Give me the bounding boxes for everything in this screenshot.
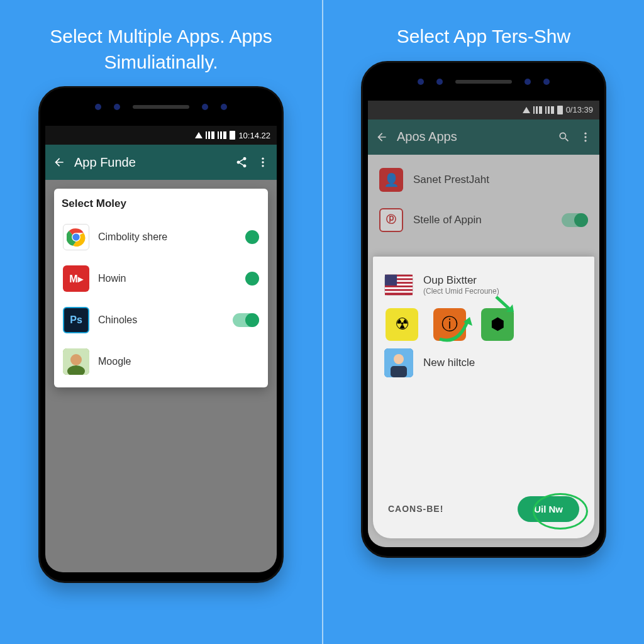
sheet-item-label: New hiltcle [423, 357, 475, 369]
battery-icon [230, 131, 235, 140]
back-icon[interactable] [53, 156, 65, 169]
phone-bezel [40, 88, 282, 126]
card-title: Select Moley [62, 197, 260, 210]
sheet-header-title: Oup Bixtter [423, 274, 499, 287]
red-app-icon: M▸ [63, 265, 89, 292]
promo-panel-left: Select Multiple Apps. Apps Simuliatinall… [0, 0, 322, 644]
selected-dot[interactable] [245, 230, 259, 244]
app-row-moogle[interactable]: Moogle [62, 341, 260, 382]
headline-right: Select App Ters-Shw [323, 24, 644, 61]
promo-panel-right: Select App Ters-Shw 0/13:39 Apos Apps [322, 0, 644, 644]
app-bar-title: App Funde [74, 155, 226, 170]
svg-point-5 [74, 235, 79, 240]
svg-point-1 [262, 161, 264, 163]
app-row-howin[interactable]: M▸ Howin [62, 258, 260, 299]
app-row-label: Cimbolity shere [98, 231, 236, 243]
svg-rect-21 [391, 366, 407, 377]
app-tile-1[interactable]: ☢ [386, 308, 418, 341]
sheet-item[interactable]: New hiltcle [384, 343, 583, 382]
app-tile-3[interactable]: ⬢ [481, 308, 514, 341]
signal-icon [206, 131, 214, 139]
sheet-header-row[interactable]: Oup Bixtter (Clect Umid Fecroune) [384, 269, 583, 301]
svg-point-7 [70, 354, 82, 365]
toggle-switch[interactable] [233, 313, 259, 327]
app-row-label: Moogle [98, 356, 259, 367]
signal-icon [218, 131, 226, 139]
phone-frame-right: 0/13:39 Apos Apps 👤 Sanet PrestJaht ⓟ St… [361, 61, 606, 558]
app-tile-2[interactable]: ⓘ [433, 308, 466, 341]
app-row-ps[interactable]: Ps Chinoles [62, 299, 260, 341]
app-row-chrome[interactable]: Cimbolity shere [62, 216, 260, 258]
flag-icon [384, 274, 413, 296]
svg-point-2 [262, 165, 264, 167]
share-icon[interactable] [235, 156, 248, 169]
sheet-actions: CAONS-BE! Uil Nw [384, 485, 583, 538]
phone-bezel [363, 63, 604, 101]
sheet-header-sub: (Clect Umid Fecroune) [423, 287, 499, 296]
screen-right: 0/13:39 Apos Apps 👤 Sanet PrestJaht ⓟ St… [368, 101, 599, 547]
app-bar: App Funde [45, 145, 277, 180]
svg-rect-17 [385, 291, 413, 292]
avatar-icon [384, 348, 413, 377]
svg-rect-16 [385, 287, 413, 289]
confirm-button[interactable]: Uil Nw [518, 496, 579, 522]
photoshop-icon: Ps [63, 307, 89, 333]
photo-icon [63, 348, 89, 375]
svg-point-0 [262, 158, 264, 160]
svg-point-20 [394, 354, 404, 364]
svg-rect-18 [385, 274, 397, 285]
app-row-label: Chinoles [98, 314, 224, 326]
wifi-icon [195, 132, 203, 138]
selected-dot[interactable] [245, 272, 259, 286]
app-tile-row: ☢ ⓘ ⬢ [384, 301, 583, 343]
cancel-button[interactable]: CAONS-BE! [388, 504, 443, 514]
status-time: 10:14.22 [238, 131, 270, 140]
app-row-label: Howin [98, 273, 236, 284]
bottom-sheet: Oup Bixtter (Clect Umid Fecroune) ☢ ⓘ ⬢ … [373, 257, 594, 538]
headline-left: Select Multiple Apps. Apps Simuliatinall… [0, 24, 322, 86]
chrome-icon [63, 224, 89, 250]
phone-frame-left: 10:14.22 App Funde Select Moley Cimbolit… [38, 86, 284, 583]
overflow-icon[interactable] [257, 156, 269, 169]
select-card: Select Moley Cimbolity shere M▸ Howin Ps… [54, 189, 268, 387]
status-bar: 10:14.22 [45, 126, 277, 145]
screen-left: 10:14.22 App Funde Select Moley Cimbolit… [45, 126, 277, 572]
